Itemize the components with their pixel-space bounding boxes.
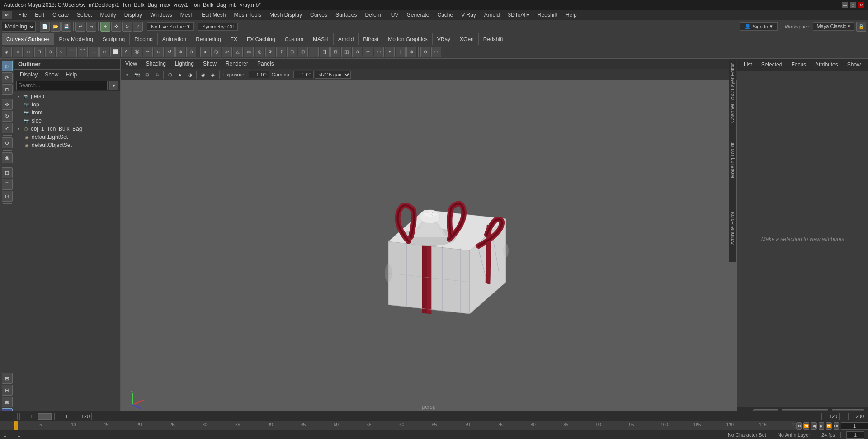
menu-help[interactable]: Help [562,11,580,19]
outliner-menu-display[interactable]: Display [18,71,39,79]
vp-shaded-icon[interactable]: ◑ [185,70,194,79]
menu-3dto[interactable]: 3DToAll▾ [505,11,533,19]
workspace-lock-icon[interactable]: 🔒 [856,22,866,32]
tab-motion-graphics[interactable]: Motion Graphics [383,33,432,45]
paint-select-icon[interactable]: ⊙ [45,47,55,57]
select-icon[interactable]: ✦ [100,22,110,32]
vp-tool-camera[interactable]: 📷 [132,70,142,79]
snap-point-icon[interactable]: ⊡ [2,191,13,202]
tab-rendering[interactable]: Rendering [191,33,226,45]
minimize-button[interactable]: — [842,2,848,8]
attr-menu-list[interactable]: List [741,61,755,69]
vp-exposure-input[interactable] [249,71,269,78]
rotate-icon[interactable]: ↻ [122,22,132,32]
attr-menu-show[interactable]: Show [844,61,863,69]
search-dropdown-button[interactable]: ▾ [109,81,118,90]
outliner-item-front[interactable]: 📷 front [14,109,120,117]
helix-icon[interactable]: ⓗ [132,47,142,57]
cylinder-icon[interactable]: ⌭ [222,47,232,57]
curve-ep-icon[interactable]: ⌒ [67,47,77,57]
outliner-item-objectset[interactable]: ◉ defaultObjectSet [14,141,120,149]
rect-tool-icon[interactable]: □ [24,47,33,57]
workspace-value[interactable]: Maya Classic ▾ [813,22,854,31]
menu-cache[interactable]: Cache [434,11,457,19]
square-nurbs-icon[interactable]: ⬜ [110,47,120,57]
menu-deform[interactable]: Deform [361,11,386,19]
step-back-button[interactable]: ⏪ [803,422,809,430]
attr-menu-attributes[interactable]: Attributes [812,61,841,69]
go-end-button[interactable]: ⏭ [834,422,839,430]
viewport-menu-lighting[interactable]: Lighting [172,60,197,68]
fillet-icon[interactable]: ⊶ [431,47,441,57]
revolve-icon[interactable]: ⟳ [265,47,275,57]
arc-icon[interactable]: ⌓ [89,47,99,57]
planar-icon[interactable]: ⊞ [298,47,308,57]
tab-arnold[interactable]: Arnold [334,33,359,45]
save-icon[interactable]: 💾 [61,22,71,32]
outliner-menu-help[interactable]: Help [64,71,79,79]
no-live-surface-button[interactable]: No Live Surface ▾ [147,22,194,31]
intersect-icon[interactable]: ⊗ [420,47,430,57]
tab-vray[interactable]: VRay [433,33,455,45]
detach-curve-icon[interactable]: ⊖ [186,47,196,57]
show-manip-icon[interactable]: ⊕ [2,137,13,148]
tab-rigging[interactable]: Rigging [130,33,158,45]
attr-menu-focus[interactable]: Focus [788,61,809,69]
viewport-menu-panels[interactable]: Panels [255,60,277,68]
channel-box-label[interactable]: Channel Box / Layer Editor [729,59,736,127]
timeline-ruler[interactable]: 1510152025303540455055606570758085909510… [14,421,796,430]
viewport-menu-view[interactable]: View [123,60,140,68]
viewport-menu-shading[interactable]: Shading [143,60,169,68]
move-left-icon[interactable]: ✜ [2,99,13,110]
bezier-icon[interactable]: ⁀ [78,47,88,57]
tab-curves-surfaces[interactable]: Curves / Surfaces [2,33,54,45]
square-surf-icon[interactable]: ◫ [341,47,351,57]
circle-nurbs-icon[interactable]: ⬭ [99,47,109,57]
vp-tool-select[interactable]: ✦ [123,70,132,79]
cube-surface-icon[interactable]: ⬡ [211,47,221,57]
curve-cv-icon[interactable]: ∿ [56,47,66,57]
shading-icon[interactable]: ⊠ [2,397,13,407]
tab-bifrost[interactable]: Bifrost [359,33,383,45]
rebuild-curve-icon[interactable]: ↺ [165,47,175,57]
open-file-icon[interactable]: 📂 [51,22,61,32]
go-start-button[interactable]: ⏮ [796,422,802,430]
viewport-menu-show[interactable]: Show [200,60,219,68]
menu-curves[interactable]: Curves [307,11,331,19]
plane-icon[interactable]: ▭ [244,47,254,57]
search-input[interactable] [16,81,108,90]
viewport-menu-renderer[interactable]: Renderer [223,60,251,68]
tab-poly-modeling[interactable]: Poly Modeling [54,33,98,45]
menu-edit[interactable]: Edit [31,11,48,19]
tab-fx[interactable]: FX [226,33,242,45]
tab-animation[interactable]: Animation [158,33,191,45]
text-curve-icon[interactable]: A [121,47,131,57]
modeling-toolkit-label[interactable]: Modeling Toolkit [729,127,736,194]
menu-file[interactable]: File [14,11,30,19]
anim-end-input[interactable] [848,413,866,420]
play-forward-button[interactable]: ▶ [819,422,824,430]
tab-xgen[interactable]: XGen [455,33,479,45]
menu-vray[interactable]: V-Ray [458,11,480,19]
extrude-icon[interactable]: ⤴ [276,47,286,57]
outliner-item-side[interactable]: 📷 side [14,117,120,125]
surf-edit-icon[interactable]: ⊹ [396,47,406,57]
pencil-icon[interactable]: ✏ [143,47,153,57]
vp-res-icon[interactable]: ◈ [208,70,217,79]
display-icon[interactable]: ⊟ [2,385,13,396]
loft-icon[interactable]: ⊟ [287,47,297,57]
tab-sculpting[interactable]: Sculpting [98,33,130,45]
edit-curve-icon[interactable]: ⊾ [154,47,164,57]
snap-curve-icon[interactable]: ⌒ [2,179,13,190]
menu-arnold[interactable]: Arnold [481,11,504,19]
boundary-icon[interactable]: ⊠ [330,47,340,57]
frame-number-input[interactable] [841,422,868,430]
vp-gamma-input[interactable] [293,71,314,78]
tab-custom[interactable]: Custom [280,33,308,45]
outliner-item-obj[interactable]: ▾ ⬡ obj_1_Ton_Bulk_Bag [14,125,120,133]
mode-selector[interactable]: Modeling [2,22,36,32]
stitch-icon[interactable]: ⊷ [374,47,384,57]
redo-icon[interactable]: ↪ [86,22,96,32]
outliner-item-lightset[interactable]: ◉ defaultLightSet [14,133,120,141]
lasso-icon[interactable]: ⊓ [34,47,44,57]
